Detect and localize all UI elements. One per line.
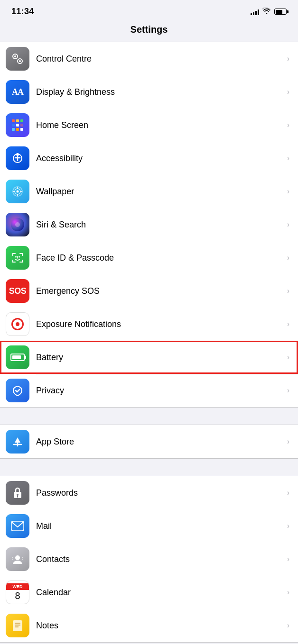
wifi-icon <box>262 8 271 16</box>
home-screen-chevron: › <box>287 121 289 129</box>
settings-row-app-store[interactable]: App Store › <box>0 425 298 458</box>
settings-row-passwords[interactable]: Passwords › <box>0 476 298 509</box>
svg-rect-37 <box>13 620 22 631</box>
settings-row-display-brightness[interactable]: AA Display & Brightness › <box>0 75 298 109</box>
notes-icon <box>6 614 29 637</box>
mail-label: Mail <box>36 521 283 531</box>
svg-point-3 <box>19 60 21 62</box>
siri-icon <box>6 213 29 236</box>
settings-row-control-centre[interactable]: Control Centre › <box>0 42 298 75</box>
signal-icon <box>251 9 259 15</box>
home-screen-label: Home Screen <box>36 120 283 130</box>
privacy-icon <box>6 379 29 402</box>
settings-row-wallpaper[interactable]: Wallpaper › <box>0 175 298 208</box>
app-store-icon <box>6 430 29 454</box>
accessibility-icon <box>6 146 29 170</box>
svg-rect-33 <box>12 557 13 558</box>
settings-row-privacy[interactable]: Privacy › <box>0 374 298 407</box>
passwords-chevron: › <box>287 489 289 497</box>
home-screen-icon <box>6 113 29 137</box>
emergency-sos-chevron: › <box>287 287 289 295</box>
accessibility-chevron: › <box>287 154 289 163</box>
spacer-2 <box>0 459 298 476</box>
settings-row-exposure-notifications[interactable]: Exposure Notifications › <box>0 308 298 341</box>
svg-rect-35 <box>22 557 23 558</box>
svg-point-32 <box>15 555 20 560</box>
passwords-icon <box>6 481 29 505</box>
status-time: 11:34 <box>11 7 34 17</box>
settings-row-face-id[interactable]: Face ID & Passcode › <box>0 241 298 274</box>
status-icons <box>251 8 287 16</box>
control-centre-label: Control Centre <box>36 54 283 64</box>
settings-row-accessibility[interactable]: Accessibility › <box>0 142 298 175</box>
svg-rect-31 <box>11 521 24 531</box>
spacer-1 <box>0 408 298 425</box>
settings-row-battery[interactable]: Battery › <box>0 341 298 374</box>
settings-group-2: App Store › <box>0 425 298 459</box>
battery-label: Battery <box>36 353 283 363</box>
emergency-sos-icon: SOS <box>6 279 29 303</box>
battery-status-icon <box>274 9 287 15</box>
settings-row-home-screen[interactable]: Home Screen › <box>0 109 298 142</box>
svg-point-23 <box>15 256 17 258</box>
calendar-chevron: › <box>287 588 289 597</box>
svg-point-24 <box>19 256 20 258</box>
wallpaper-chevron: › <box>287 187 289 196</box>
exposure-notifications-chevron: › <box>287 320 289 328</box>
passwords-label: Passwords <box>36 488 283 498</box>
siri-search-chevron: › <box>287 220 289 229</box>
settings-row-emergency-sos[interactable]: SOS Emergency SOS › <box>0 274 298 308</box>
control-centre-chevron: › <box>287 54 289 63</box>
accessibility-label: Accessibility <box>36 154 283 163</box>
svg-rect-34 <box>12 559 13 560</box>
notes-label: Notes <box>36 621 283 631</box>
svg-rect-36 <box>22 559 23 560</box>
settings-group-3: Passwords › Mail › Contacts › <box>0 476 298 643</box>
app-store-label: App Store <box>36 437 283 447</box>
exposure-notifications-label: Exposure Notifications <box>36 319 283 329</box>
mail-chevron: › <box>287 522 289 530</box>
exposure-notifications-icon <box>6 312 29 336</box>
face-id-icon <box>6 246 29 270</box>
control-centre-icon <box>6 47 29 71</box>
display-brightness-chevron: › <box>287 88 289 96</box>
contacts-icon <box>6 547 29 571</box>
battery-chevron: › <box>287 353 289 362</box>
calendar-label: Calendar <box>36 588 283 598</box>
emergency-sos-label: Emergency SOS <box>36 286 283 296</box>
settings-row-mail[interactable]: Mail › <box>0 509 298 543</box>
contacts-chevron: › <box>287 555 289 563</box>
settings-row-calendar[interactable]: WED 8 Calendar › <box>0 576 298 609</box>
face-id-chevron: › <box>287 254 289 262</box>
settings-row-notes[interactable]: Notes › <box>0 609 298 642</box>
settings-row-siri-search[interactable]: Siri & Search › <box>0 208 298 241</box>
privacy-label: Privacy <box>36 386 283 396</box>
battery-icon <box>6 345 29 369</box>
app-store-chevron: › <box>287 437 289 446</box>
display-brightness-label: Display & Brightness <box>36 87 283 97</box>
svg-point-2 <box>14 55 16 57</box>
notes-chevron: › <box>287 621 289 630</box>
settings-row-contacts[interactable]: Contacts › <box>0 543 298 576</box>
svg-point-10 <box>17 190 19 193</box>
privacy-chevron: › <box>287 386 289 395</box>
page-title: Settings <box>0 20 298 42</box>
settings-group-1: Control Centre › AA Display & Brightness… <box>0 42 298 408</box>
face-id-label: Face ID & Passcode <box>36 253 283 263</box>
siri-search-label: Siri & Search <box>36 220 283 230</box>
calendar-icon: WED 8 <box>6 581 29 604</box>
contacts-label: Contacts <box>36 554 283 564</box>
status-bar: 11:34 <box>0 0 298 20</box>
wallpaper-icon <box>6 180 29 203</box>
display-brightness-icon: AA <box>6 80 29 104</box>
wallpaper-label: Wallpaper <box>36 187 283 197</box>
mail-icon <box>6 514 29 538</box>
